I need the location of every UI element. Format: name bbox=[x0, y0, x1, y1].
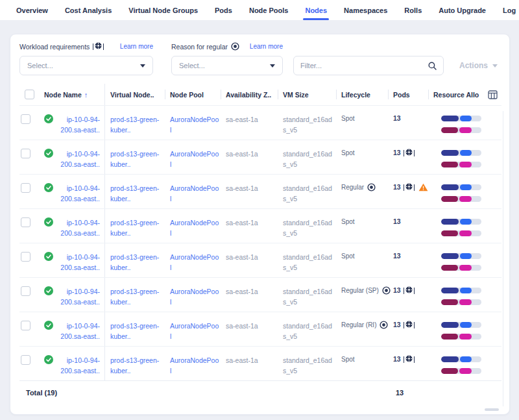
tab-virtual-node-groups[interactable]: Virtual Node Groups bbox=[120, 0, 206, 20]
chevron-down-icon bbox=[270, 64, 275, 68]
memory-allocation-bar bbox=[441, 334, 481, 340]
column-header-node-name[interactable]: Node Name ↑ bbox=[39, 84, 105, 105]
tab-pods[interactable]: Pods bbox=[206, 0, 241, 20]
chevron-down-icon bbox=[492, 64, 498, 68]
tab-cost-analysis[interactable]: Cost Analysis bbox=[56, 0, 120, 20]
vm-size-value: standard_e16ads_v5 bbox=[283, 183, 333, 204]
column-header-node-pool[interactable]: Node Pool bbox=[165, 84, 221, 105]
node-healthy-icon bbox=[44, 149, 53, 174]
virtual-node-group-link[interactable]: prod-s13-green-kuber.. bbox=[110, 321, 160, 342]
memory-allocation-bar bbox=[441, 299, 481, 305]
node-healthy-icon bbox=[44, 114, 53, 140]
pods-workload-badge bbox=[404, 321, 415, 329]
tab-node-pools[interactable]: Node Pools bbox=[241, 0, 297, 20]
column-header-resource-allocation[interactable]: Resource Allo bbox=[428, 84, 488, 105]
virtual-node-group-link[interactable]: prod-s13-green-kuber.. bbox=[110, 217, 160, 239]
workload-requirements-select[interactable]: Select... bbox=[19, 56, 153, 75]
resource-allocation-bars bbox=[441, 150, 488, 167]
row-checkbox[interactable] bbox=[21, 149, 30, 158]
reason-for-regular-select[interactable]: Select... bbox=[171, 56, 283, 75]
row-checkbox[interactable] bbox=[21, 286, 30, 296]
resource-allocation-bars bbox=[441, 219, 488, 236]
nodes-panel: Workload requirements Learn more Select.… bbox=[10, 34, 510, 415]
row-checkbox[interactable] bbox=[21, 183, 30, 193]
node-name-link[interactable]: ip-10-0-94-200.sa-east.. bbox=[56, 355, 100, 380]
column-header-availability-zone[interactable]: Availability Z.. bbox=[221, 84, 278, 105]
virtual-node-group-link[interactable]: prod-s13-green-kuber.. bbox=[110, 355, 160, 377]
node-pool-link[interactable]: AuroraNodePool bbox=[170, 321, 219, 342]
resource-allocation-bars bbox=[441, 116, 488, 133]
node-name-link[interactable]: ip-10-0-94-200.sa-east.. bbox=[56, 114, 100, 140]
column-settings-icon[interactable] bbox=[488, 90, 498, 99]
table-row: ip-10-0-94-200.sa-east.. prod-s13-green-… bbox=[19, 346, 501, 380]
row-checkbox[interactable] bbox=[21, 252, 30, 262]
availability-zone-value: sa-east-1a bbox=[226, 288, 258, 295]
virtual-node-group-link[interactable]: prod-s13-green-kuber.. bbox=[110, 252, 160, 273]
row-checkbox[interactable] bbox=[21, 114, 30, 124]
virtual-node-group-link[interactable]: prod-s13-green-kuber.. bbox=[110, 149, 160, 170]
node-pool-link[interactable]: AuroraNodePool bbox=[170, 286, 219, 308]
tab-nodes[interactable]: Nodes bbox=[296, 0, 335, 20]
node-healthy-icon bbox=[44, 183, 53, 208]
node-pool-link[interactable]: AuroraNodePool bbox=[170, 149, 219, 170]
workload-learn-more-link[interactable]: Learn more bbox=[120, 43, 153, 50]
column-header-pods[interactable]: Pods bbox=[388, 84, 428, 105]
virtual-node-group-link[interactable]: prod-s13-green-kuber.. bbox=[110, 286, 160, 308]
select-all-checkbox[interactable] bbox=[25, 90, 34, 99]
node-name-link[interactable]: ip-10-0-94-200.sa-east.. bbox=[56, 183, 100, 208]
node-healthy-icon bbox=[44, 355, 53, 380]
node-pool-link[interactable]: AuroraNodePool bbox=[170, 217, 219, 239]
resource-allocation-bars bbox=[441, 322, 488, 340]
actions-button[interactable]: Actions bbox=[459, 61, 501, 75]
node-pool-link[interactable]: AuroraNodePool bbox=[170, 114, 219, 136]
node-pool-link[interactable]: AuroraNodePool bbox=[170, 252, 219, 273]
cpu-allocation-bar bbox=[441, 288, 481, 293]
vm-size-value: standard_e16ads_v5 bbox=[283, 114, 333, 136]
node-healthy-icon bbox=[44, 321, 53, 346]
filter-search-box bbox=[293, 56, 444, 75]
node-name-link[interactable]: ip-10-0-94-200.sa-east.. bbox=[56, 252, 100, 277]
row-checkbox[interactable] bbox=[21, 217, 30, 227]
filter-input[interactable] bbox=[300, 62, 428, 69]
table-row: ip-10-0-94-200.sa-east.. prod-s13-green-… bbox=[19, 208, 501, 243]
tab-rolls[interactable]: Rolls bbox=[396, 0, 430, 20]
node-name-link[interactable]: ip-10-0-94-200.sa-east.. bbox=[56, 321, 100, 346]
resource-allocation-bars bbox=[441, 356, 488, 374]
availability-zone-value: sa-east-1a bbox=[226, 356, 258, 364]
reason-select-value: Select... bbox=[179, 62, 205, 69]
virtual-node-group-link[interactable]: prod-s13-green-kuber.. bbox=[110, 183, 160, 204]
tab-log[interactable]: Log bbox=[494, 0, 519, 20]
pods-count: 13 bbox=[393, 149, 401, 157]
tab-overview[interactable]: Overview bbox=[8, 0, 56, 20]
search-icon bbox=[428, 62, 437, 70]
pods-count: 13 bbox=[393, 286, 401, 295]
column-header-lifecycle[interactable]: Lifecycle bbox=[336, 84, 388, 105]
node-name-link[interactable]: ip-10-0-94-200.sa-east.. bbox=[56, 286, 100, 312]
node-name-link[interactable]: ip-10-0-94-200.sa-east.. bbox=[56, 149, 100, 174]
node-healthy-icon bbox=[44, 252, 53, 277]
tab-auto-upgrade[interactable]: Auto Upgrade bbox=[430, 0, 494, 20]
column-header-vm-size[interactable]: VM Size bbox=[278, 84, 336, 105]
virtual-node-group-link[interactable]: prod-s13-green-kuber.. bbox=[110, 114, 160, 136]
vm-size-value: standard_e16ads_v5 bbox=[283, 252, 333, 273]
pods-workload-badge bbox=[404, 183, 415, 191]
cpu-allocation-bar bbox=[441, 184, 481, 190]
table-row: ip-10-0-94-200.sa-east.. prod-s13-green-… bbox=[19, 174, 501, 208]
reason-for-regular-filter: Reason for regular Learn more Select... bbox=[171, 42, 283, 75]
tab-namespaces[interactable]: Namespaces bbox=[335, 0, 396, 20]
node-pool-link[interactable]: AuroraNodePool bbox=[170, 183, 219, 204]
row-checkbox[interactable] bbox=[21, 321, 30, 330]
warning-icon[interactable] bbox=[418, 183, 428, 191]
lifecycle-value: Spot bbox=[341, 149, 355, 158]
column-header-virtual-node-group[interactable]: Virtual Node.. bbox=[105, 84, 165, 105]
sort-asc-icon[interactable]: ↑ bbox=[84, 91, 88, 99]
node-name-link[interactable]: ip-10-0-94-200.sa-east.. bbox=[56, 217, 100, 243]
horizontal-scrollbar-thumb[interactable] bbox=[485, 408, 499, 411]
resource-allocation-bars bbox=[441, 288, 488, 305]
node-pool-link[interactable]: AuroraNodePool bbox=[170, 355, 219, 377]
row-checkbox[interactable] bbox=[21, 355, 30, 365]
chevron-down-icon bbox=[140, 64, 145, 68]
pods-count: 13 bbox=[393, 183, 401, 191]
lifecycle-value: Spot bbox=[341, 114, 355, 123]
reason-learn-more-link[interactable]: Learn more bbox=[250, 43, 283, 50]
